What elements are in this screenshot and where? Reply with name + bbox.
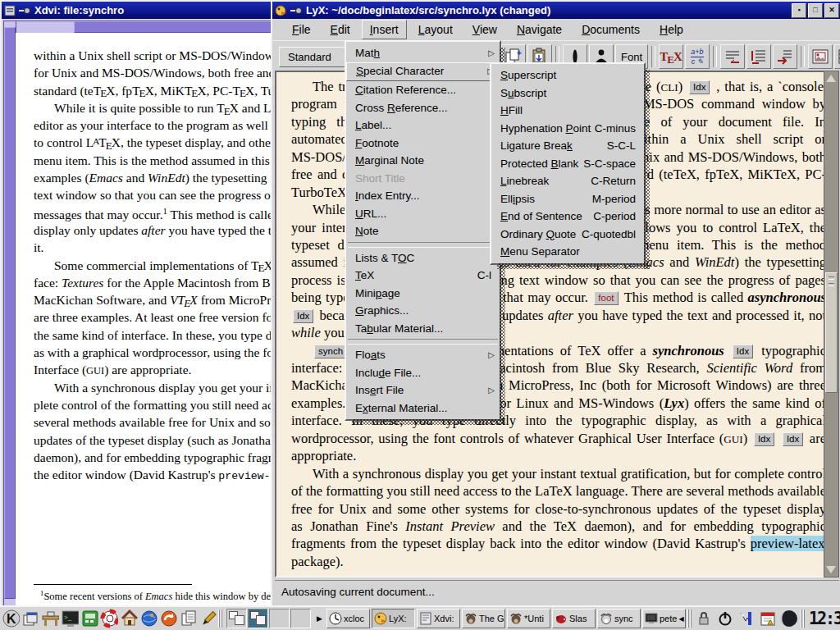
menu-item-ordinary-quote[interactable]: Ordinary QuoteC-quotedbl <box>491 226 644 244</box>
menu-item-footnote[interactable]: Footnote <box>346 135 500 153</box>
maximize-button[interactable]: □ <box>808 3 823 18</box>
panel-handle[interactable] <box>687 609 692 628</box>
task-pete[interactable]: pete◀ <box>642 609 686 628</box>
scroll-up-icon[interactable] <box>826 75 836 82</box>
power-icon[interactable] <box>715 609 735 628</box>
task-sync[interactable]: sync <box>597 609 641 628</box>
minimize-button[interactable]: ▪ <box>792 3 806 18</box>
klipper-icon[interactable] <box>737 609 756 628</box>
synch-inset[interactable]: synch <box>314 345 347 358</box>
kvt-icon[interactable] <box>80 609 98 628</box>
menu-item-special-character[interactable]: Special Character▷ <box>346 62 500 82</box>
knews-icon[interactable] <box>159 609 177 628</box>
menubar-layout[interactable]: Layout <box>410 20 461 39</box>
menu-item-include-file[interactable]: Include File... <box>346 364 500 382</box>
idx-inset[interactable]: Idx <box>733 345 753 358</box>
xdvi-vertical-scrollbar[interactable] <box>3 21 16 609</box>
menu-item-cross-reference[interactable]: Cross Reference... <box>346 99 500 117</box>
lyx-vertical-scrollbar[interactable] <box>824 71 839 578</box>
kmenu-icon[interactable]: K <box>2 609 20 628</box>
close-button[interactable]: ✕ <box>824 3 839 18</box>
menu-item-minipage[interactable]: Minipage <box>346 285 500 303</box>
xdvi-hscroll-thumb[interactable] <box>74 21 278 33</box>
browser-icon[interactable] <box>139 609 158 628</box>
menubar-edit[interactable]: Edit <box>322 20 358 39</box>
panel-handle[interactable] <box>801 609 806 628</box>
pager-desktop-2[interactable] <box>248 609 268 628</box>
menubar-file[interactable]: File <box>284 20 319 39</box>
calendar-icon[interactable] <box>758 609 778 628</box>
menu-item-hyphenation-point[interactable]: Hyphenation PointC-minus <box>491 120 644 138</box>
menubar-navigate[interactable]: Navigate <box>509 20 570 39</box>
pin-icon[interactable] <box>290 7 303 15</box>
lock-icon[interactable] <box>694 609 714 628</box>
menu-item-url[interactable]: URL... <box>346 205 500 223</box>
idx-inset[interactable]: Idx <box>293 309 313 323</box>
foot-inset[interactable]: foot <box>594 291 618 305</box>
menu-item-ligature-break[interactable]: Ligature BreakS-C-L <box>491 137 644 155</box>
pager-desktop-4[interactable] <box>290 609 311 628</box>
depth-icon[interactable] <box>773 44 797 69</box>
menu-item-floats[interactable]: Floats▷ <box>346 346 500 364</box>
idx-inset[interactable]: Idx <box>783 432 803 446</box>
menu-item-ellipsis[interactable]: EllipsisM-period <box>491 190 644 208</box>
menu-item-linebreak[interactable]: LinebreakC-Return <box>491 172 644 190</box>
xdvi-vscroll-thumb[interactable] <box>4 27 16 599</box>
menubar-insert[interactable]: Insert <box>362 20 407 39</box>
task-unti[interactable]: *Unti <box>507 609 550 628</box>
menu-item-math[interactable]: Math▷ <box>346 44 500 62</box>
task-theg[interactable]: The G <box>462 609 505 628</box>
pager-desktop-3[interactable] <box>269 609 290 628</box>
panel-handle[interactable] <box>218 609 223 628</box>
menu-item-citation-reference[interactable]: Citation Reference... <box>346 81 500 99</box>
pin-icon[interactable] <box>19 7 31 15</box>
xdvi-horizontal-scrollbar[interactable] <box>16 21 277 34</box>
figure-icon[interactable] <box>808 44 833 69</box>
menu-item-graphics[interactable]: Graphics... <box>346 302 500 320</box>
lyx-titlebar[interactable]: LyX: ~/doc/beginlatex/src/synchro.lyx (c… <box>272 2 840 19</box>
taskbar-scroll-left[interactable]: ▶ <box>314 609 325 628</box>
menu-item-index-entry[interactable]: Index Entry... <box>346 187 500 205</box>
tex-mode-icon[interactable]: TEX <box>659 44 683 69</box>
menu-item-hfill[interactable]: HFill <box>491 102 644 120</box>
home-icon[interactable] <box>120 609 138 628</box>
documents-icon[interactable] <box>179 609 197 628</box>
menubar-help[interactable]: Help <box>651 20 692 39</box>
menu-item-superscript[interactable]: Superscript <box>491 66 644 84</box>
desktop-icon[interactable] <box>41 609 59 628</box>
menu-item-tex[interactable]: TeXC-l <box>346 267 500 285</box>
scroll-down-icon[interactable] <box>826 566 836 573</box>
task-slas[interactable]: Slas <box>552 609 596 628</box>
menu-item-subscript[interactable]: Subscript <box>491 84 644 103</box>
menu-item-marginal-note[interactable]: Marginal Note <box>346 152 500 170</box>
idx-inset[interactable]: Idx <box>689 80 710 94</box>
menubar-documents[interactable]: Documents <box>573 20 648 39</box>
menu-item-protected-blank[interactable]: Protected BlankS-C-space <box>491 155 644 173</box>
menu-item-note[interactable]: Note <box>346 222 500 240</box>
lyx-vscroll-thumb[interactable] <box>825 272 838 393</box>
menu-item-menu-separator[interactable]: Menu Separator <box>491 243 644 261</box>
menu-item-end-of-sentence[interactable]: End of SentenceC-period <box>491 208 644 226</box>
xdvi-titlebar[interactable]: Xdvi: file:synchro <box>2 2 276 19</box>
pager-desktop-1[interactable] <box>226 609 247 628</box>
panel-clock[interactable]: 12:31 <box>809 608 840 628</box>
idx-inset[interactable]: Idx <box>754 432 774 446</box>
moon-icon[interactable] <box>779 609 799 628</box>
menu-item-insert-file[interactable]: Insert File▷ <box>346 381 500 399</box>
menu-item-lists-toc[interactable]: Lists & TOC <box>346 249 500 267</box>
marginpar-icon[interactable] <box>746 44 771 69</box>
menu-item-external-material[interactable]: External Material... <box>346 399 500 418</box>
table-icon[interactable] <box>834 44 840 69</box>
windowlist-icon[interactable] <box>21 609 39 628</box>
menu-item-short-title[interactable]: Short Title <box>346 170 500 188</box>
menu-item-tabular-material[interactable]: Tabular Material... <box>346 320 500 338</box>
pen-icon[interactable] <box>199 609 217 628</box>
task-xdvi[interactable]: Xdvi: <box>417 609 460 628</box>
help-icon[interactable] <box>100 609 118 628</box>
math-mode-icon[interactable]: a+bc ✎ <box>685 44 710 69</box>
menubar-view[interactable]: View <box>464 20 505 39</box>
task-lyx[interactable]: LyX: <box>372 609 415 628</box>
terminal-icon[interactable]: >_ <box>61 609 79 628</box>
task-xcloc[interactable]: xcloc <box>326 609 370 628</box>
footnote-icon[interactable] <box>720 44 745 69</box>
